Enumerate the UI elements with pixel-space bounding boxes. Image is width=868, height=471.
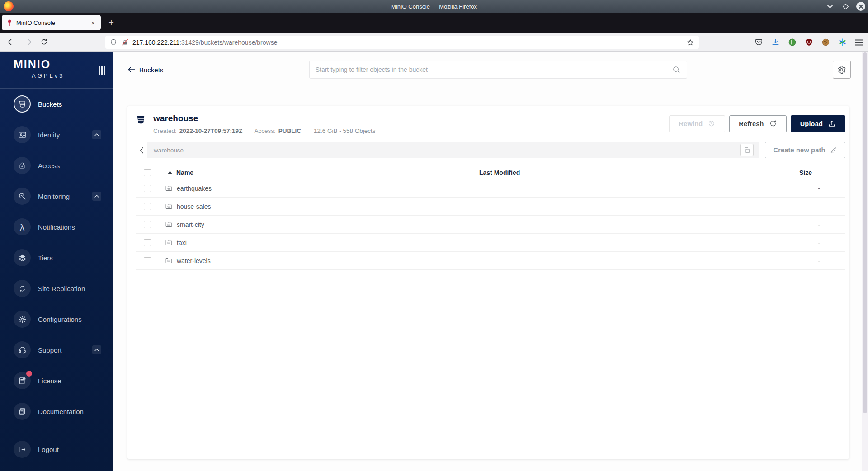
row-checkbox[interactable] [144,239,151,246]
back-label: Buckets [139,66,163,74]
firefox-logo-icon [4,1,14,11]
filter-objects-searchbox[interactable] [309,61,687,79]
tab-bar: MinIO Console × + [0,13,868,33]
copy-path-button[interactable] [740,144,754,156]
navigation-toolbar: 217.160.222.211:31429/buckets/warehouse/… [0,33,868,52]
extension-asterisk-icon[interactable] [838,38,847,47]
identity-card-icon [14,126,31,143]
object-name: earthquakes [177,185,212,192]
sidebar-item-monitoring[interactable]: Monitoring [0,181,113,212]
created-value: 2022-10-27T09:57:19Z [179,127,243,134]
folder-icon [165,184,173,192]
window-maximize-icon[interactable] [841,2,850,11]
scrollbar-thumb[interactable] [863,52,867,413]
row-checkbox[interactable] [144,203,151,210]
sidebar-item-access[interactable]: Access [0,150,113,181]
sidebar-item-label: Support [38,346,62,354]
upload-button[interactable]: Upload [791,115,845,132]
bucket-icon [136,115,146,127]
sidebar-item-support[interactable]: Support [0,334,113,365]
extension-privacy-icon[interactable] [788,38,797,47]
sidebar-item-site-replication[interactable]: Site Replication [0,273,113,304]
bucket-usage: 12.6 GiB - 558 Objects [314,127,376,134]
sidebar-item-label: Logout [38,446,59,453]
folder-icon [165,239,173,246]
sidebar-item-logout[interactable]: Logout [0,434,113,465]
current-path-bar: warehouse [147,142,760,158]
back-arrow-icon [128,67,135,72]
table-row-earthquakes[interactable]: earthquakes - [136,179,845,198]
lock-icon [14,157,31,174]
ublock-origin-icon[interactable] [804,38,813,47]
menu-hamburger-icon[interactable] [854,38,863,47]
row-checkbox[interactable] [144,257,151,264]
select-all-checkbox[interactable] [144,169,151,176]
insecure-lock-icon[interactable] [121,38,129,46]
bookmark-star-icon[interactable] [686,38,694,47]
sidebar-item-label: Configurations [38,316,82,323]
access-value: PUBLIC [278,127,301,134]
license-document-icon [14,372,31,389]
table-row-house-sales[interactable]: house-sales - [136,198,845,216]
sidebar-item-buckets[interactable]: Buckets [0,89,113,119]
sidebar: MINIO AGPLv3 Buckets Identity Access Mon… [0,52,113,471]
url-text[interactable]: 217.160.222.211:31429/buckets/warehouse/… [132,39,686,46]
download-icon[interactable] [771,38,780,47]
sidebar-item-configurations[interactable]: Configurations [0,304,113,334]
sidebar-item-tiers[interactable]: Tiers [0,242,113,273]
chevron-up-icon[interactable] [92,130,101,139]
window-minimize-icon[interactable] [826,2,835,11]
logout-door-icon [14,441,31,458]
tab-minio-console[interactable]: MinIO Console × [2,15,101,30]
upload-label: Upload [800,120,823,127]
url-bar[interactable]: 217.160.222.211:31429/buckets/warehouse/… [105,36,699,49]
sidebar-item-notifications[interactable]: λ Notifications [0,212,113,242]
chevron-up-icon[interactable] [92,192,101,201]
path-back-button[interactable] [136,142,147,158]
sidebar-collapse-icon[interactable] [99,66,105,75]
folder-icon [165,203,173,210]
sidebar-item-identity[interactable]: Identity [0,119,113,150]
rewind-label: Rewind [679,120,703,127]
row-checkbox[interactable] [144,185,151,192]
cookie-extension-icon[interactable] [821,38,830,47]
sidebar-item-license[interactable]: License [0,365,113,396]
settings-gear-button[interactable] [833,61,851,79]
reload-icon[interactable] [37,35,51,49]
rewind-history-icon [708,120,716,128]
rewind-button[interactable]: Rewind [669,115,725,132]
table-row-smart-city[interactable]: smart-city - [136,216,845,234]
new-tab-button[interactable]: + [105,17,117,28]
forward-icon[interactable] [21,35,34,49]
chevron-up-icon[interactable] [92,345,101,354]
upload-icon [828,120,836,128]
window-title: MinIO Console — Mozilla Firefox [391,3,477,10]
table-row-water-levels[interactable]: water-levels - [136,252,845,270]
window-close-icon[interactable] [856,2,865,11]
back-to-buckets-link[interactable]: Buckets [128,66,163,74]
pocket-icon[interactable] [754,38,763,47]
filter-objects-input[interactable] [316,66,672,73]
tab-close-icon[interactable]: × [89,19,97,27]
refresh-button[interactable]: Refresh [729,115,786,132]
tracking-shield-icon[interactable] [110,38,117,46]
minio-logo: MINIO [14,58,51,71]
create-new-path-button[interactable]: Create new path [765,142,845,158]
column-header-size[interactable]: Size [778,169,845,176]
copy-icon [744,147,750,154]
sidebar-item-documentation[interactable]: Documentation [0,396,113,427]
object-name: house-sales [177,203,211,210]
sort-ascending-icon[interactable] [168,171,172,174]
lambda-icon: λ [14,218,31,236]
row-checkbox[interactable] [144,221,151,228]
back-icon[interactable] [5,35,18,49]
scrollbar[interactable] [862,52,868,471]
column-header-last-modified[interactable]: Last Modified [472,169,778,176]
sidebar-item-label: Site Replication [38,285,85,292]
tab-title: MinIO Console [16,19,89,26]
table-row-taxi[interactable]: taxi - [136,234,845,252]
folder-icon [165,257,173,264]
column-header-name[interactable]: Name [176,169,193,176]
page-header: Buckets [113,52,868,88]
sidebar-item-label: Notifications [38,223,75,231]
